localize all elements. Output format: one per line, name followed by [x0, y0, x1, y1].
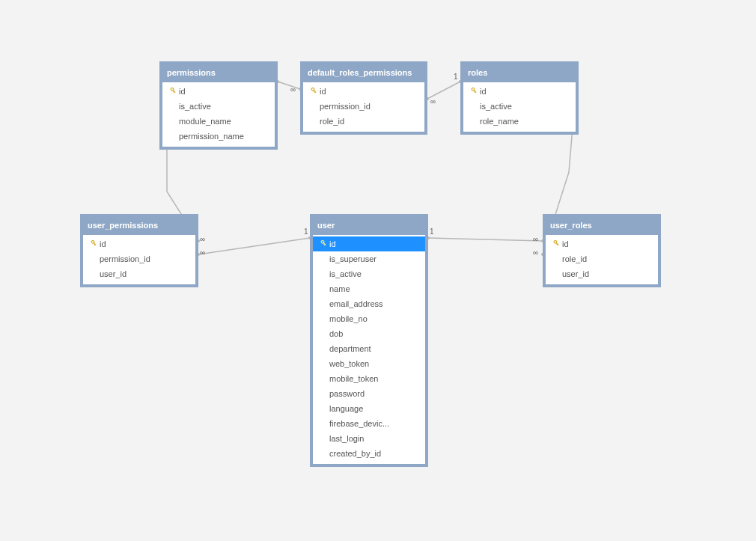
entity-body: idrole_iduser_id — [546, 235, 658, 284]
entity-roles[interactable]: rolesidis_activerole_name — [460, 61, 579, 135]
field-row[interactable]: last_login — [313, 431, 425, 446]
field-name: permission_id — [320, 100, 371, 112]
cardinality-label: 1 — [430, 227, 434, 236]
field-name: role_id — [562, 253, 587, 265]
field-name: created_by_id — [329, 447, 381, 459]
field-row[interactable]: id — [463, 84, 576, 99]
field-row[interactable]: language — [313, 401, 425, 416]
entity-body: idis_superuseris_activenameemail_address… — [313, 235, 425, 464]
field-row[interactable]: id — [546, 236, 658, 251]
entity-body: idis_activemodule_namepermission_name — [162, 82, 275, 147]
cardinality-label: 1 — [304, 227, 308, 236]
entity-header[interactable]: user_permissions — [83, 217, 195, 235]
field-name: role_id — [320, 115, 344, 127]
field-row[interactable]: role_name — [463, 114, 576, 129]
field-row[interactable]: id — [83, 236, 195, 251]
field-row[interactable]: mobile_no — [313, 311, 425, 326]
field-row[interactable]: permission_id — [83, 251, 195, 266]
cardinality-label: ∞ — [533, 248, 538, 257]
field-name: is_superuser — [329, 253, 377, 265]
entity-permissions[interactable]: permissionsidis_activemodule_namepermiss… — [159, 61, 278, 150]
field-name: id — [320, 85, 326, 97]
field-row[interactable]: mobile_token — [313, 371, 425, 386]
entity-body: idis_activerole_name — [463, 82, 576, 132]
field-row[interactable]: password — [313, 386, 425, 401]
entity-body: idpermission_iduser_id — [83, 235, 195, 284]
field-row[interactable]: is_superuser — [313, 251, 425, 266]
entity-body: idpermission_idrole_id — [303, 82, 424, 132]
field-name: dob — [329, 328, 343, 340]
field-name: id — [179, 85, 186, 97]
primary-key-icon — [308, 87, 318, 96]
field-name: last_login — [329, 433, 364, 444]
field-name: permission_name — [179, 130, 244, 142]
field-row[interactable]: name — [313, 281, 425, 296]
primary-key-icon — [550, 239, 561, 248]
field-name: password — [329, 388, 365, 400]
primary-key-icon — [468, 87, 478, 96]
field-name: mobile_no — [329, 313, 368, 325]
field-row[interactable]: role_id — [546, 251, 658, 266]
field-row[interactable]: id — [303, 84, 424, 99]
field-name: is_active — [179, 100, 211, 112]
field-row[interactable]: firebase_devic... — [313, 416, 425, 431]
field-row[interactable]: id — [313, 236, 425, 251]
entity-header[interactable]: permissions — [162, 64, 275, 82]
field-row[interactable]: user_id — [546, 266, 658, 281]
field-name: permission_id — [100, 253, 150, 265]
field-name: user_id — [100, 268, 126, 280]
field-name: department — [329, 343, 371, 355]
entity-user[interactable]: useridis_superuseris_activenameemail_add… — [310, 214, 428, 467]
field-row[interactable]: role_id — [303, 114, 424, 129]
field-name: mobile_token — [329, 373, 378, 385]
field-name: name — [329, 283, 350, 295]
field-name: id — [562, 238, 569, 250]
field-row[interactable]: id — [162, 84, 275, 99]
entity-user_permissions[interactable]: user_permissionsidpermission_iduser_id — [80, 214, 198, 287]
primary-key-icon — [317, 239, 328, 248]
field-name: id — [480, 85, 487, 97]
field-row[interactable]: module_name — [162, 114, 275, 129]
field-row[interactable]: department — [313, 341, 425, 356]
field-row[interactable]: is_active — [463, 99, 576, 114]
field-name: id — [100, 238, 106, 250]
cardinality-label: ∞ — [200, 235, 205, 243]
field-name: web_token — [329, 358, 369, 370]
field-name: id — [329, 238, 336, 250]
field-name: module_name — [179, 115, 231, 127]
primary-key-icon — [88, 239, 98, 248]
field-name: is_active — [480, 100, 512, 112]
cardinality-label: 1 — [454, 73, 458, 81]
field-row[interactable]: is_active — [313, 266, 425, 281]
field-name: language — [329, 403, 363, 415]
field-row[interactable]: permission_name — [162, 129, 275, 144]
field-name: role_name — [480, 115, 519, 127]
entity-header[interactable]: user — [313, 217, 425, 235]
cardinality-label: ∞ — [290, 85, 296, 94]
entity-user_roles[interactable]: user_rolesidrole_iduser_id — [543, 214, 661, 287]
field-row[interactable]: permission_id — [303, 99, 424, 114]
field-name: user_id — [562, 268, 589, 280]
field-row[interactable]: created_by_id — [313, 446, 425, 461]
field-row[interactable]: is_active — [162, 99, 275, 114]
field-row[interactable]: web_token — [313, 356, 425, 371]
cardinality-label: ∞ — [200, 248, 205, 257]
field-name: is_active — [329, 268, 362, 280]
cardinality-label: ∞ — [533, 235, 538, 243]
field-name: firebase_devic... — [329, 418, 389, 430]
entity-default_roles_permissions[interactable]: default_roles_permissionsidpermission_id… — [300, 61, 427, 135]
erd-canvas[interactable]: 1∞∞11∞1∞1∞1∞permissionsidis_activemodule… — [0, 0, 756, 541]
field-row[interactable]: dob — [313, 326, 425, 341]
field-name: email_address — [329, 298, 383, 310]
entity-header[interactable]: roles — [463, 64, 576, 82]
field-row[interactable]: user_id — [83, 266, 195, 281]
primary-key-icon — [167, 87, 177, 96]
field-row[interactable]: email_address — [313, 296, 425, 311]
cardinality-label: ∞ — [430, 97, 436, 106]
entity-header[interactable]: user_roles — [546, 217, 658, 235]
entity-header[interactable]: default_roles_permissions — [303, 64, 424, 82]
